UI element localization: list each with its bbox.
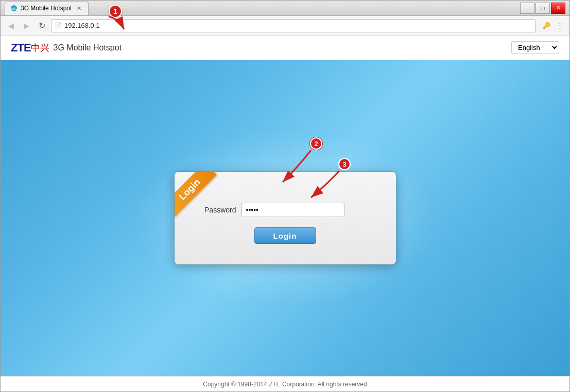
logo-chinese: 中兴 (31, 42, 49, 54)
addressbar: ◀ ▶ ↻ 📄 192.168.0.1 🔑 ⋮ 1 (1, 16, 569, 35)
password-row: Password (195, 203, 375, 217)
svg-point-7 (339, 158, 350, 170)
browser-window: 3G 3G Mobile Hotspot ✕ – □ ✕ ◀ ▶ ↻ 📄 192… (0, 0, 570, 392)
minimize-button[interactable]: – (520, 3, 534, 14)
login-card: Login Password Login (175, 172, 396, 264)
svg-text:3: 3 (342, 161, 346, 168)
address-input[interactable]: 192.168.0.1 (64, 22, 532, 29)
tab-close-button[interactable]: ✕ (75, 4, 83, 12)
close-button[interactable]: ✕ (551, 3, 565, 14)
annotation-circle-2-bg (309, 137, 323, 150)
logo-zte: ZTE (11, 41, 31, 55)
svg-text:2: 2 (314, 140, 318, 148)
back-button[interactable]: ◀ (5, 20, 17, 32)
card-annotations: 2 3 (216, 131, 370, 234)
page-icon: 📄 (55, 22, 62, 29)
page-header: ZTE 中兴 3G Mobile Hotspot English 中文 (1, 35, 569, 60)
language-select[interactable]: English 中文 (511, 41, 559, 54)
reload-button[interactable]: ↻ (36, 20, 48, 32)
window-controls: – □ ✕ (520, 3, 565, 14)
main-content: Login Password Login (1, 60, 569, 376)
login-button-row: Login (195, 227, 375, 244)
titlebar: 3G 3G Mobile Hotspot ✕ – □ ✕ (1, 1, 569, 16)
logo-subtitle: 3G Mobile Hotspot (54, 43, 122, 52)
svg-point-5 (310, 138, 322, 149)
copyright-text: Copyright © 1998-2014 ZTE Corporation. A… (203, 381, 367, 388)
addressbar-actions: 🔑 ⋮ (541, 20, 565, 31)
browser-tab[interactable]: 3G 3G Mobile Hotspot ✕ (5, 2, 89, 15)
svg-text:3G: 3G (11, 7, 17, 11)
page-footer: Copyright © 1998-2014 ZTE Corporation. A… (1, 376, 569, 391)
password-label: Password (195, 206, 236, 214)
forward-button[interactable]: ▶ (20, 20, 32, 32)
key-icon[interactable]: 🔑 (541, 20, 552, 31)
language-selector-wrap: English 中文 (511, 41, 559, 54)
maximize-button[interactable]: □ (536, 3, 550, 14)
tab-title: 3G Mobile Hotspot (21, 5, 72, 12)
login-button[interactable]: Login (254, 227, 316, 244)
menu-icon[interactable]: ⋮ (554, 20, 565, 31)
tab-favicon: 3G (10, 5, 18, 12)
address-bar-wrap: 📄 192.168.0.1 (51, 19, 536, 32)
password-input[interactable] (241, 203, 344, 217)
